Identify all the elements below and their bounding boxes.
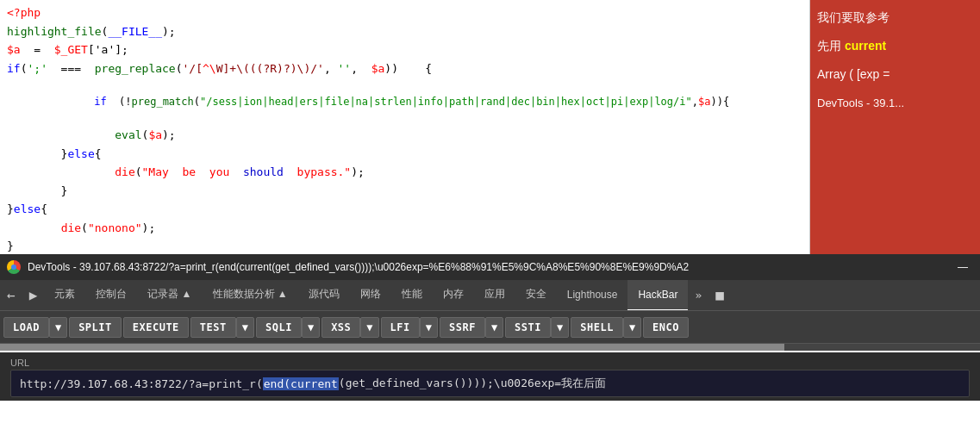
shell-group: SHELL ▼ — [571, 317, 641, 338]
sidebar-text-2: 先用 current — [817, 35, 973, 57]
devtools-nav: ← ▶ 元素 控制台 记录器 ▲ 性能数据分析 ▲ 源代码 网络 性能 内存 应… — [0, 280, 980, 311]
tab-hackbar[interactable]: HackBar — [627, 280, 688, 311]
tab-security[interactable]: 安全 — [515, 280, 557, 311]
code-line-7: }else{ — [0, 145, 809, 164]
lfi-group: LFI ▼ — [381, 317, 438, 338]
tab-sources[interactable]: 源代码 — [298, 280, 350, 311]
lfi-dropdown[interactable]: ▼ — [420, 317, 438, 338]
lfi-button[interactable]: LFI — [381, 317, 420, 338]
sidebar-current: current — [845, 39, 886, 53]
sqli-group: SQLI ▼ — [256, 317, 320, 338]
sidebar: 我们要取参考 先用 current Array ( [exp = DevTool… — [810, 0, 980, 254]
main-container: <?php highlight_file(__FILE__); $a = $_G… — [0, 0, 980, 254]
shell-dropdown[interactable]: ▼ — [623, 317, 641, 338]
xss-group: XSS ▼ — [321, 317, 378, 338]
code-line-1: <?php — [0, 3, 809, 22]
code-line-10: }else{ — [0, 200, 809, 219]
tab-memory[interactable]: 内存 — [433, 280, 474, 311]
tab-network[interactable]: 网络 — [350, 280, 391, 311]
code-line-4: if(';' === preg_replace('/[^\W]+\(((?R)?… — [0, 59, 809, 78]
code-line-12: } — [0, 237, 809, 254]
xss-button[interactable]: XSS — [321, 317, 360, 338]
url-container: URL http://39.107.68.43:8722/?a=print_r(… — [0, 352, 980, 401]
load-group: LOAD ▼ — [3, 317, 67, 338]
test-button[interactable]: TEST — [190, 317, 236, 338]
tab-performance[interactable]: 性能 — [391, 280, 433, 311]
ssrf-button[interactable]: SSRF — [440, 317, 485, 338]
devtools-title: DevTools - 39.107.68.43:8722/?a=print_r(… — [28, 261, 946, 273]
code-line-3: $a = $_GET['a']; — [0, 40, 809, 59]
code-line-2: highlight_file(__FILE__); — [0, 22, 809, 41]
devtools-close-button[interactable]: — — [952, 259, 973, 275]
ssti-dropdown[interactable]: ▼ — [551, 317, 569, 338]
tab-console[interactable]: 控制台 — [85, 280, 137, 311]
tab-lighthouse[interactable]: Lighthouse — [557, 280, 628, 311]
nav-panel-icon[interactable]: ■ — [708, 283, 731, 307]
code-line-9: } — [0, 182, 809, 201]
shell-button[interactable]: SHELL — [571, 317, 623, 338]
devtools-titlebar: DevTools - 39.107.68.43:8722/?a=print_r(… — [0, 254, 980, 280]
url-label: URL — [10, 358, 970, 368]
scrollbar-area[interactable] — [0, 344, 980, 351]
tab-application[interactable]: 应用 — [474, 280, 515, 311]
nav-inspect-icon[interactable]: ▶ — [22, 283, 45, 307]
code-editor: <?php highlight_file(__FILE__); $a = $_G… — [0, 0, 810, 254]
load-dropdown[interactable]: ▼ — [49, 317, 67, 338]
url-highlight: end(current — [263, 377, 339, 390]
code-line-6: eval($a); — [0, 126, 809, 145]
code-line-5: if (!preg_match("/sess|ion|head|ers|file… — [0, 78, 809, 126]
sidebar-text-1: 我们要取参考 — [817, 7, 973, 28]
sqli-dropdown[interactable]: ▼ — [302, 317, 320, 338]
url-bar[interactable]: http://39.107.68.43:8722/?a=print_r(end(… — [10, 370, 970, 397]
ssti-group: SSTI ▼ — [505, 317, 569, 338]
split-button[interactable]: SPLIT — [69, 317, 122, 338]
chrome-icon — [7, 260, 21, 274]
test-group: TEST ▼ — [190, 317, 254, 338]
nav-back-icon[interactable]: ← — [0, 283, 22, 307]
url-before: http://39.107.68.43:8722/?a=print_r( — [20, 377, 263, 390]
tab-performance-insights[interactable]: 性能数据分析 ▲ — [203, 280, 298, 311]
ssti-button[interactable]: SSTI — [505, 317, 551, 338]
scrollbar-thumb[interactable] — [0, 344, 784, 351]
load-button[interactable]: LOAD — [3, 317, 49, 338]
execute-button[interactable]: EXECUTE — [123, 317, 189, 338]
tab-recorder[interactable]: 记录器 ▲ — [137, 280, 202, 311]
ssrf-group: SSRF ▼ — [440, 317, 503, 338]
tab-elements[interactable]: 元素 — [44, 280, 85, 311]
code-line-11: die("nonono"); — [0, 219, 809, 238]
sidebar-devtools-label: DevTools - 39.1... — [817, 93, 973, 113]
xss-dropdown[interactable]: ▼ — [360, 317, 378, 338]
hackbar-toolbar: LOAD ▼ SPLIT EXECUTE TEST ▼ SQLI ▼ XSS ▼… — [0, 311, 980, 344]
ssrf-dropdown[interactable]: ▼ — [485, 317, 503, 338]
url-after: (get_defined_vars())));\u0026exp=我在后面 — [339, 376, 606, 391]
nav-more-icon[interactable]: » — [688, 285, 708, 305]
enco-button[interactable]: ENCO — [643, 317, 689, 338]
sidebar-array: Array ( [exp = — [817, 64, 973, 85]
test-dropdown[interactable]: ▼ — [236, 317, 254, 338]
sqli-button[interactable]: SQLI — [256, 317, 302, 338]
code-line-8: die("May be you should bypass."); — [0, 163, 809, 182]
